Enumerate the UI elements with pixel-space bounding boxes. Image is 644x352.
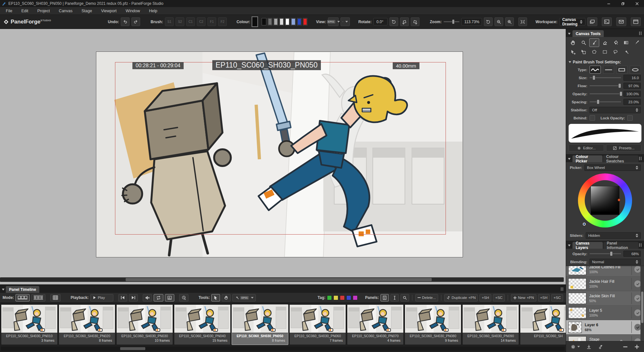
- tag-yellow[interactable]: [333, 295, 338, 300]
- zoom-value[interactable]: 113.73%: [461, 18, 482, 25]
- eyedropper-tool[interactable]: [632, 38, 642, 47]
- export-panel-button[interactable]: [616, 17, 626, 26]
- brush-tool-selected[interactable]: [589, 38, 599, 47]
- colour-swatch[interactable]: [274, 18, 278, 25]
- zoom-slider[interactable]: [444, 21, 459, 22]
- layer-visibility-toggle[interactable]: [634, 338, 641, 341]
- panel-thumbnail[interactable]: EP110_SC060_SH030_PN0103 frames: [1, 304, 58, 345]
- brush-preset-c1[interactable]: C1: [186, 17, 195, 26]
- panel-thumbnail[interactable]: EP110_SC060_SH030_PN0607 frames: [289, 304, 346, 345]
- picker-type-dropdown[interactable]: Box Wheel: [584, 164, 641, 171]
- layer-row[interactable]: Jackie Clothes Fill100%: [566, 266, 644, 277]
- add-layer-button[interactable]: [634, 344, 639, 349]
- layout-panel-button[interactable]: [631, 17, 641, 26]
- eraser-tool[interactable]: [600, 38, 610, 47]
- menu-project[interactable]: Project: [37, 9, 50, 13]
- panel-info-toggle-button[interactable]: [380, 294, 389, 301]
- panel-thumbnail[interactable]: EP110_SC060_SH: [520, 304, 566, 345]
- brush-presets-button[interactable]: Presets...: [606, 144, 641, 152]
- zoom-tool[interactable]: [579, 38, 589, 47]
- audio-levels-button[interactable]: [165, 294, 174, 301]
- view-episode-dropdown[interactable]: EP01: [328, 17, 339, 26]
- rotate-input[interactable]: 0.0°: [373, 18, 388, 25]
- lasso-select-tool[interactable]: [610, 48, 620, 56]
- console-panel-button[interactable]: [602, 17, 612, 26]
- import-layer-button[interactable]: [586, 344, 591, 349]
- opacity-value[interactable]: 100.0%: [623, 91, 641, 97]
- colour-swatch[interactable]: [303, 18, 307, 25]
- layer-options-button[interactable]: [571, 344, 580, 349]
- layer-visibility-toggle[interactable]: [634, 324, 641, 331]
- skip-forward-button[interactable]: [129, 294, 138, 301]
- menu-file[interactable]: File: [6, 9, 12, 13]
- transform-tool[interactable]: [579, 48, 589, 56]
- canvas-horizontal-scrollbar[interactable]: [0, 277, 564, 282]
- collapse-icon[interactable]: [568, 33, 571, 35]
- new-sh-button[interactable]: +SH: [538, 294, 550, 301]
- timeline-horizontal-scrollbar[interactable]: [1, 347, 565, 351]
- brush-type-freehand[interactable]: [590, 66, 601, 74]
- fit-view-button[interactable]: [518, 17, 527, 26]
- layer-opacity-slider[interactable]: [590, 253, 621, 254]
- opacity-slider[interactable]: [590, 93, 621, 94]
- polygon-select-tool[interactable]: [589, 48, 599, 56]
- brush-type-ellipse[interactable]: [630, 66, 641, 74]
- brush-preset-c2[interactable]: C2: [197, 17, 206, 26]
- menu-help[interactable]: Help: [149, 9, 158, 13]
- tag-magenta[interactable]: [353, 295, 358, 300]
- brush-preset-f2[interactable]: F2: [218, 17, 227, 26]
- panel-thumbnail-selected[interactable]: EP110_SC060_SH030_PN0508 frames: [232, 304, 288, 345]
- magic-wand-tool[interactable]: [621, 48, 631, 56]
- tab-panel-information[interactable]: Panel Information: [603, 242, 639, 249]
- brush-settings-header[interactable]: Paint Brush Tool Settings:: [566, 58, 644, 66]
- brush-editor-button[interactable]: Editor...: [569, 144, 604, 152]
- colour-marker[interactable]: [618, 199, 620, 201]
- blending-dropdown[interactable]: Normal: [590, 259, 641, 265]
- tab-colour-picker[interactable]: Colour Picker: [572, 155, 602, 162]
- panel-thumbnail[interactable]: EP110_SC060_SH030_PN03010 frames: [116, 304, 173, 345]
- select-tool-button[interactable]: [211, 294, 220, 301]
- wand-tool-dropdown[interactable]: EP01: [232, 294, 256, 301]
- rotate-cw-button[interactable]: [411, 17, 419, 26]
- minimize-button[interactable]: [601, 0, 616, 7]
- zoom-out-button[interactable]: [495, 17, 503, 26]
- restore-button[interactable]: [616, 0, 630, 7]
- skip-back-button[interactable]: [118, 294, 127, 301]
- pin-icon[interactable]: [639, 243, 641, 247]
- storyboard-page[interactable]: 00:28:21 - 00:29:04 EP110_SC060_SH030_PN…: [96, 51, 463, 257]
- layer-visibility-toggle[interactable]: [634, 310, 641, 316]
- menu-stage[interactable]: Stage: [82, 9, 92, 13]
- mode-panels-button[interactable]: [15, 294, 30, 301]
- size-slider[interactable]: [590, 77, 621, 78]
- saturation-value-box[interactable]: [591, 186, 620, 215]
- brush-type-rectangle[interactable]: [616, 66, 628, 74]
- gradient-tool[interactable]: [621, 38, 631, 47]
- layer-visibility-toggle[interactable]: [634, 266, 641, 273]
- new-sc-button[interactable]: +SC: [551, 294, 563, 301]
- canvas-viewport[interactable]: 00:28:21 - 00:29:04 EP110_SC060_SH030_PN…: [0, 29, 566, 284]
- sliders-dropdown[interactable]: Hidden: [586, 232, 641, 239]
- layer-visibility-toggle[interactable]: [634, 281, 641, 287]
- pin-icon[interactable]: [639, 157, 641, 160]
- current-colour-swatch[interactable]: [252, 17, 258, 26]
- close-button[interactable]: [630, 0, 644, 7]
- rotate-ccw-button[interactable]: [400, 17, 409, 26]
- behind-checkbox[interactable]: [590, 115, 595, 121]
- panel-thumbnail[interactable]: EP110_SC060_SH030_PN0809 frames: [405, 304, 461, 345]
- loop-button[interactable]: [154, 294, 163, 301]
- layer-row-selected[interactable]: Layer 668%: [566, 320, 644, 335]
- tab-canvas-layers[interactable]: Canvas Layers: [572, 242, 603, 249]
- colour-swatch[interactable]: [285, 18, 289, 25]
- brush-type-line[interactable]: [603, 66, 614, 74]
- mute-button[interactable]: [143, 294, 152, 301]
- flow-value[interactable]: 97.0%: [623, 83, 641, 89]
- rename-panel-button[interactable]: [390, 294, 399, 301]
- menu-window[interactable]: Window: [126, 9, 140, 13]
- zoom-in-button[interactable]: [505, 17, 514, 26]
- brush-preset-f1[interactable]: F1: [207, 17, 216, 26]
- layers-vertical-scrollbar[interactable]: [640, 266, 644, 341]
- pan-tool[interactable]: [568, 38, 578, 47]
- hue-marker[interactable]: [583, 223, 586, 226]
- colour-swatch[interactable]: [297, 18, 301, 25]
- select-tool[interactable]: [568, 48, 578, 56]
